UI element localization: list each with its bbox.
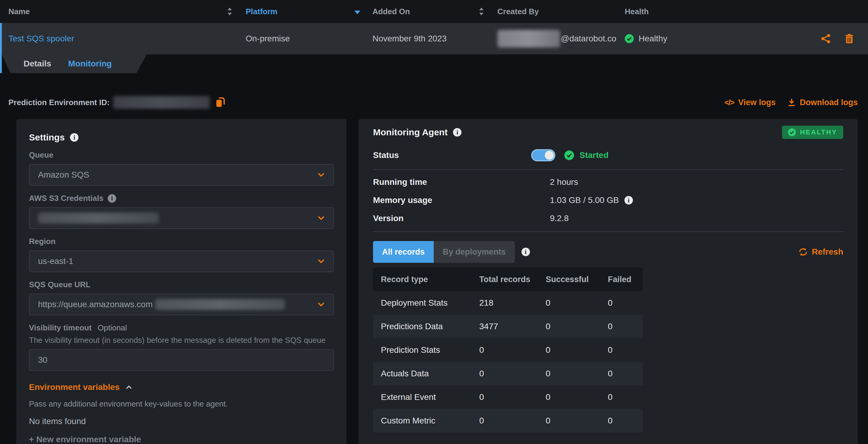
view-logs-label: View logs	[738, 98, 776, 107]
region-select[interactable]: us-east-1	[29, 250, 334, 272]
col-successful: Successful	[546, 275, 608, 284]
download-icon	[788, 98, 796, 107]
record-type: External Event	[381, 392, 479, 402]
list-column-header: Name Platform Added On Created By Health	[0, 0, 868, 23]
visibility-timeout-label: Visibility timeout	[29, 323, 92, 332]
check-circle-icon	[564, 150, 574, 160]
total-records: 218	[479, 298, 546, 308]
download-logs-button[interactable]: Download logs	[788, 98, 858, 107]
delete-icon[interactable]	[845, 34, 854, 43]
column-platform[interactable]: Platform	[246, 7, 372, 16]
monitoring-agent-title-row: Monitoring Agent	[373, 127, 462, 138]
prediction-environment-page: Name Platform Added On Created By Health	[0, 0, 868, 444]
environment-variables-empty: No items found	[29, 416, 334, 426]
successful: 0	[546, 345, 608, 355]
optional-label: Optional	[98, 323, 127, 332]
monitoring-agent-panel: Monitoring Agent HEALTHY Status	[359, 119, 858, 444]
info-icon[interactable]	[453, 128, 462, 137]
successful: 0	[546, 298, 608, 308]
table-row: Predictions Data 3477 0 0	[373, 315, 643, 338]
chevron-down-icon	[317, 259, 325, 264]
environment-variables-toggle[interactable]: Environment variables	[29, 382, 334, 392]
column-added-on-label: Added On	[372, 7, 410, 16]
tab-all-records[interactable]: All records	[373, 241, 434, 263]
failed: 0	[608, 298, 643, 308]
added-on-value: November 9th 2023	[372, 34, 497, 43]
column-added-on[interactable]: Added On	[372, 7, 497, 16]
environment-variables-description: Pass any additional environment key-valu…	[29, 399, 334, 409]
total-records: 3477	[479, 322, 546, 331]
created-by-value: @datarobot.co	[497, 30, 625, 48]
status-value-row: Started	[564, 150, 609, 160]
col-record-type: Record type	[381, 275, 479, 284]
successful: 0	[546, 322, 608, 331]
refresh-button[interactable]: Refresh	[799, 247, 843, 257]
info-icon[interactable]	[108, 194, 116, 203]
redacted-queue-url	[155, 299, 285, 310]
total-records: 0	[479, 345, 546, 355]
credentials-label: AWS S3 Credentials	[29, 194, 103, 203]
table-row: Custom Metric 0 0 0	[373, 409, 643, 433]
info-icon[interactable]	[70, 133, 79, 142]
credentials-select[interactable]	[29, 207, 334, 229]
settings-title: Settings	[29, 132, 65, 143]
column-name[interactable]: Name	[8, 7, 246, 16]
failed: 0	[608, 392, 643, 402]
record-type: Prediction Stats	[381, 345, 479, 355]
status-toggle[interactable]	[531, 149, 555, 161]
redacted-environment-id	[113, 96, 210, 109]
tab-monitoring[interactable]: Monitoring	[68, 59, 112, 68]
record-type: Predictions Data	[381, 322, 479, 331]
running-time-label: Running time	[373, 177, 550, 187]
environment-id-row: Prediction Environment ID: </> View logs…	[8, 96, 858, 109]
queue-url-select[interactable]: https://queue.amazonaws.com	[29, 294, 334, 315]
toggle-knob	[545, 151, 554, 160]
memory-usage-label: Memory usage	[373, 196, 550, 205]
table-row[interactable]: Test SQS spooler On-premise November 9th…	[0, 23, 868, 54]
chevron-down-icon[interactable]	[354, 7, 360, 16]
tab-details[interactable]: Details	[24, 59, 51, 68]
environment-id-label: Prediction Environment ID:	[8, 98, 110, 107]
status-value: Started	[580, 150, 609, 160]
sort-icon[interactable]	[479, 7, 484, 16]
table-row: Prediction Stats 0 0 0	[373, 338, 643, 362]
column-platform-label: Platform	[246, 7, 277, 16]
version-label: Version	[373, 213, 550, 223]
queue-select[interactable]: Amazon SQS	[29, 164, 334, 186]
share-icon[interactable]	[821, 34, 831, 43]
view-logs-button[interactable]: </> View logs	[724, 98, 776, 107]
environment-name-link[interactable]: Test SQS spooler	[8, 34, 246, 43]
failed: 0	[608, 369, 643, 379]
check-circle-icon	[625, 34, 634, 43]
records-table-header: Record type Total records Successful Fai…	[373, 268, 643, 291]
health-badge-label: HEALTHY	[800, 128, 837, 136]
total-records: 0	[479, 369, 546, 379]
info-icon[interactable]	[624, 196, 633, 205]
health-badge: HEALTHY	[782, 126, 843, 139]
chevron-down-icon	[317, 302, 325, 307]
platform-value: On-premise	[246, 34, 372, 43]
status-row: Status Started	[373, 149, 843, 162]
redacted-username	[497, 30, 560, 48]
info-icon[interactable]	[522, 248, 530, 256]
queue-url-label: SQS Queue URL	[29, 280, 334, 289]
records-table: Record type Total records Successful Fai…	[373, 268, 643, 433]
memory-usage-row: Memory usage 1.03 GB / 5.00 GB	[373, 195, 843, 206]
visibility-timeout-input[interactable]: 30	[29, 349, 334, 371]
record-type: Deployment Stats	[381, 298, 479, 308]
chevron-up-icon	[126, 385, 132, 389]
divider	[373, 231, 843, 232]
col-failed: Failed	[608, 275, 643, 284]
credentials-label-row: AWS S3 Credentials	[29, 194, 334, 203]
version-value: 9.2.8	[550, 213, 568, 223]
new-environment-variable-button[interactable]: + New environment variable	[29, 435, 334, 444]
copy-icon[interactable]	[216, 97, 225, 108]
tab-by-deployments[interactable]: By deployments	[434, 241, 515, 263]
queue-url-value: https://queue.amazonaws.com	[38, 300, 153, 309]
visibility-timeout-label-row: Visibility timeout Optional	[29, 323, 334, 332]
health-cell: Healthy	[625, 34, 868, 43]
sort-icon[interactable]	[227, 7, 232, 16]
divider	[373, 169, 843, 170]
check-circle-icon	[788, 128, 796, 136]
monitoring-agent-title: Monitoring Agent	[373, 127, 447, 138]
